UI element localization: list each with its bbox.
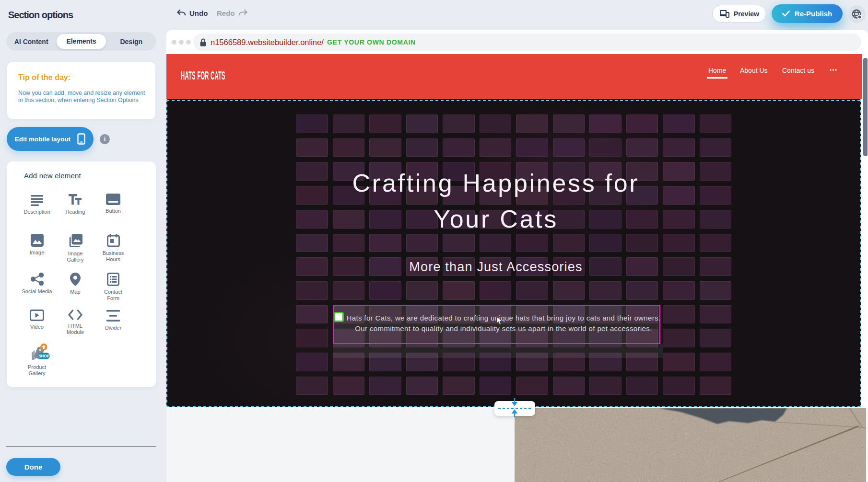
svg-text:SHOP: SHOP	[38, 354, 50, 358]
